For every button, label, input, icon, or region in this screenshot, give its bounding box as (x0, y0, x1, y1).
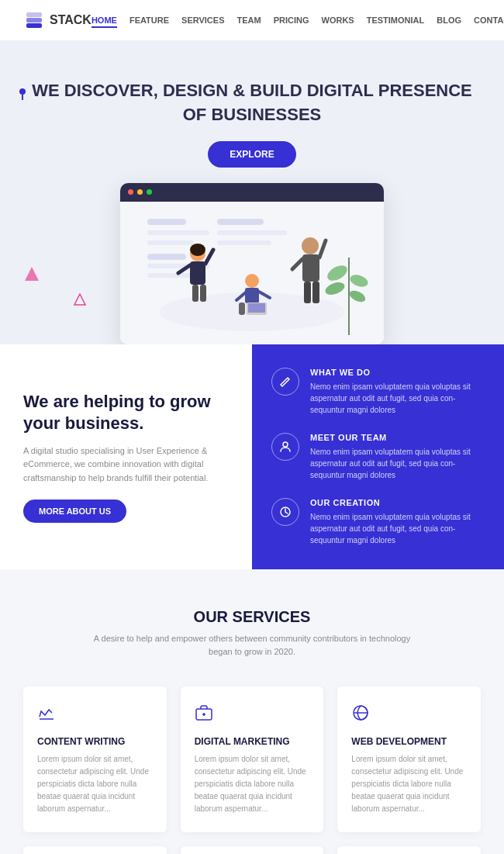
svg-rect-27 (200, 285, 206, 302)
svg-point-29 (245, 274, 259, 288)
svg-line-25 (205, 250, 213, 264)
svg-rect-9 (147, 230, 209, 235)
what-item-2: MEET OUR TEAM Nemo enim ipsam voluptatem… (271, 433, 485, 481)
svg-rect-33 (239, 303, 245, 315)
what-item-3-title: OUR CREATION (310, 498, 485, 507)
svg-point-18 (325, 262, 350, 284)
svg-line-39 (319, 240, 326, 258)
more-about-btn[interactable]: MORE ABOUT US (23, 500, 126, 523)
svg-rect-26 (192, 285, 198, 302)
browser-bar (120, 183, 384, 202)
svg-rect-13 (147, 273, 194, 278)
what-item-3: OUR CREATION Nemo enim ipsam voluptatem … (271, 498, 485, 546)
svg-rect-16 (217, 240, 271, 245)
what-item-3-text: OUR CREATION Nemo enim ipsam voluptatem … (310, 498, 485, 546)
what-item-1-text: WHAT WE DO Nemo enim ipsam voluptatem qu… (310, 368, 485, 416)
nav-item-contact[interactable]: CONTACT (474, 16, 504, 25)
what-item-2-desc: Nemo enim ipsam voluptatem quia voluptas… (310, 446, 485, 481)
svg-rect-35 (248, 303, 265, 313)
service-card-title-2: DIGITAL MARKETING (195, 736, 310, 747)
nav-item-feature[interactable]: FEATURE (129, 16, 169, 25)
browser-dot-red (128, 189, 133, 195)
browser-dot-green (147, 189, 152, 195)
logo-text: STACK (50, 13, 91, 27)
what-icon-3 (271, 498, 299, 526)
svg-rect-2 (26, 23, 42, 28)
svg-rect-37 (302, 254, 319, 282)
svg-point-20 (323, 280, 346, 297)
service-card-content-writing: CONTENT WRITING Lorem ipsum dolor sit am… (23, 686, 167, 832)
content-writing-icon (37, 704, 153, 727)
logo[interactable]: STACK (23, 9, 91, 31)
nav-item-blog[interactable]: BLOG (437, 16, 461, 25)
web-development-icon (351, 704, 467, 727)
service-card-title-1: CONTENT WRITING (37, 736, 153, 747)
svg-rect-8 (147, 219, 186, 225)
svg-rect-30 (245, 288, 259, 303)
digital-marketing-icon (195, 704, 310, 727)
service-card-uiux: UI/UX DESIGN Lorem ipsum dolor sit amet,… (181, 846, 324, 854)
what-section: We are helping to grow your business. A … (0, 344, 504, 569)
svg-rect-14 (217, 219, 264, 225)
services-subtitle: A desire to help and empower others betw… (23, 632, 481, 659)
svg-point-42 (283, 442, 288, 447)
what-description: A digital studio specialising in User Ex… (23, 444, 229, 486)
what-right-panel: WHAT WE DO Nemo enim ipsam voluptatem qu… (252, 344, 504, 569)
what-item-3-desc: Nemo enim ipsam voluptatem quia voluptas… (310, 511, 485, 546)
svg-rect-15 (217, 230, 287, 235)
svg-marker-5 (25, 267, 39, 281)
svg-rect-10 (147, 240, 194, 245)
what-icon-2 (271, 433, 299, 461)
what-icon-1 (271, 368, 299, 396)
svg-rect-1 (26, 18, 42, 22)
svg-line-38 (292, 259, 302, 269)
service-card-desc-1: Lorem ipsum dolor sit amet, consectetur … (37, 753, 153, 815)
hero-decoration-pin (16, 87, 29, 101)
svg-point-3 (19, 88, 26, 95)
what-left-panel: We are helping to grow your business. A … (0, 344, 252, 569)
service-card-title-3: WEB DEVELOPMENT (351, 736, 467, 747)
browser-mockup (120, 183, 384, 344)
service-card-web-dev: WEB DEVELOPMENT Lorem ipsum dolor sit am… (337, 686, 481, 832)
services-grid: CONTENT WRITING Lorem ipsum dolor sit am… (23, 686, 481, 854)
what-item-1: WHAT WE DO Nemo enim ipsam voluptatem qu… (271, 368, 485, 416)
svg-rect-40 (304, 282, 311, 303)
nav-item-team[interactable]: TEAM (237, 16, 261, 25)
svg-marker-6 (74, 294, 85, 305)
service-card-desc-3: Lorem ipsum dolor sit amet, consectetur … (351, 753, 467, 815)
what-item-2-text: MEET OUR TEAM Nemo enim ipsam voluptatem… (310, 433, 485, 481)
browser-dot-yellow (137, 189, 143, 195)
hero-section: WE DISCOVER, DESIGN & BUILD DIGITAL PRES… (0, 40, 504, 344)
service-card-ios-android: IOS & ANDROID Lorem ipsum dolor sit amet… (23, 846, 167, 854)
what-item-2-title: MEET OUR TEAM (310, 433, 485, 442)
svg-rect-0 (26, 12, 42, 17)
services-section: OUR SERVICES A desire to help and empowe… (0, 569, 504, 854)
nav-item-pricing[interactable]: PRICING (274, 16, 309, 25)
what-heading: We are helping to grow your business. (23, 391, 229, 435)
explore-button[interactable]: EXPLORE (208, 141, 295, 168)
nav-item-home[interactable]: HOME (91, 16, 117, 25)
svg-point-19 (348, 272, 369, 289)
services-heading: OUR SERVICES (23, 608, 481, 626)
browser-content (120, 202, 384, 344)
svg-rect-23 (190, 261, 205, 285)
what-item-1-title: WHAT WE DO (310, 368, 485, 377)
service-card-desc-2: Lorem ipsum dolor sit amet, consectetur … (195, 753, 310, 815)
svg-rect-41 (312, 282, 319, 303)
nav-links: HOME FEATURE SERVICES TEAM PRICING WORKS… (91, 16, 504, 25)
what-item-1-desc: Nemo enim ipsam voluptatem quia voluptas… (310, 381, 485, 416)
hero-headline: WE DISCOVER, DESIGN & BUILD DIGITAL PRES… (23, 79, 481, 127)
svg-point-21 (347, 289, 367, 304)
hero-decoration-shape2 (74, 293, 86, 306)
navbar: STACK HOME FEATURE SERVICES TEAM PRICING… (0, 0, 504, 40)
service-card-digital-marketing: DIGITAL MARKETING Lorem ipsum dolor sit … (181, 686, 324, 832)
nav-item-testimonial[interactable]: TESTIMONIAL (367, 16, 425, 25)
svg-point-28 (190, 244, 205, 256)
svg-point-36 (302, 237, 319, 254)
hero-decoration-shape1 (23, 265, 40, 282)
nav-item-services[interactable]: SERVICES (181, 16, 224, 25)
service-card-branding: BRANDING & IDENTITY Lorem ipsum dolor si… (337, 846, 481, 854)
svg-rect-11 (147, 254, 186, 260)
nav-item-works[interactable]: WORKS (322, 16, 354, 25)
